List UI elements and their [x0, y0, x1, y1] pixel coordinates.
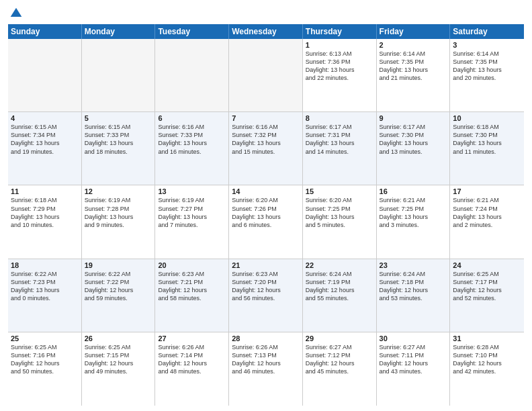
day-info: Sunrise: 6:25 AM Sunset: 7:17 PM Dayligh… — [453, 270, 521, 303]
day-number: 28 — [232, 334, 300, 342]
day-info: Sunrise: 6:21 AM Sunset: 7:24 PM Dayligh… — [453, 196, 521, 229]
day-number: 21 — [232, 261, 300, 269]
cal-cell: 24Sunrise: 6:25 AM Sunset: 7:17 PM Dayli… — [450, 259, 524, 332]
day-number: 15 — [306, 187, 373, 195]
day-number: 10 — [453, 114, 521, 122]
calendar-container: SundayMondayTuesdayWednesdayThursdayFrid… — [0, 0, 532, 411]
cal-cell: 17Sunrise: 6:21 AM Sunset: 7:24 PM Dayli… — [450, 185, 524, 258]
calendar-row-0: 1Sunrise: 6:13 AM Sunset: 7:36 PM Daylig… — [8, 39, 524, 112]
day-number: 5 — [85, 114, 152, 122]
cal-cell: 28Sunrise: 6:26 AM Sunset: 7:13 PM Dayli… — [229, 332, 303, 406]
cal-cell: 26Sunrise: 6:25 AM Sunset: 7:15 PM Dayli… — [82, 332, 156, 406]
day-info: Sunrise: 6:23 AM Sunset: 7:21 PM Dayligh… — [158, 270, 226, 303]
day-number: 3 — [453, 41, 521, 49]
day-info: Sunrise: 6:24 AM Sunset: 7:19 PM Dayligh… — [306, 270, 373, 303]
calendar-row-1: 4Sunrise: 6:15 AM Sunset: 7:34 PM Daylig… — [8, 112, 524, 185]
day-number: 16 — [380, 187, 447, 195]
cal-cell: 4Sunrise: 6:15 AM Sunset: 7:34 PM Daylig… — [8, 112, 82, 185]
calendar: SundayMondayTuesdayWednesdayThursdayFrid… — [8, 24, 524, 406]
header-day-sunday: Sunday — [8, 24, 82, 39]
day-info: Sunrise: 6:19 AM Sunset: 7:27 PM Dayligh… — [158, 196, 226, 229]
cal-cell: 22Sunrise: 6:24 AM Sunset: 7:19 PM Dayli… — [303, 259, 377, 332]
day-info: Sunrise: 6:15 AM Sunset: 7:34 PM Dayligh… — [11, 123, 79, 156]
cal-cell: 2Sunrise: 6:14 AM Sunset: 7:35 PM Daylig… — [377, 39, 451, 111]
cal-cell: 1Sunrise: 6:13 AM Sunset: 7:36 PM Daylig… — [303, 39, 377, 111]
day-info: Sunrise: 6:27 AM Sunset: 7:12 PM Dayligh… — [306, 343, 373, 376]
cal-cell: 15Sunrise: 6:20 AM Sunset: 7:25 PM Dayli… — [303, 185, 377, 258]
day-info: Sunrise: 6:27 AM Sunset: 7:11 PM Dayligh… — [380, 343, 447, 376]
cal-cell: 10Sunrise: 6:18 AM Sunset: 7:30 PM Dayli… — [450, 112, 524, 185]
cal-cell: 5Sunrise: 6:15 AM Sunset: 7:33 PM Daylig… — [82, 112, 156, 185]
day-info: Sunrise: 6:25 AM Sunset: 7:16 PM Dayligh… — [11, 343, 79, 376]
cal-cell: 23Sunrise: 6:24 AM Sunset: 7:18 PM Dayli… — [377, 259, 451, 332]
day-number: 20 — [158, 261, 226, 269]
logo — [8, 7, 23, 20]
svg-marker-0 — [11, 8, 22, 17]
day-info: Sunrise: 6:13 AM Sunset: 7:36 PM Dayligh… — [306, 50, 373, 83]
day-number: 11 — [11, 187, 79, 195]
day-info: Sunrise: 6:22 AM Sunset: 7:23 PM Dayligh… — [11, 270, 79, 303]
day-number: 17 — [453, 187, 521, 195]
day-number: 1 — [306, 41, 373, 49]
cal-cell: 6Sunrise: 6:16 AM Sunset: 7:33 PM Daylig… — [155, 112, 229, 185]
day-info: Sunrise: 6:20 AM Sunset: 7:26 PM Dayligh… — [232, 196, 300, 229]
day-number: 30 — [380, 334, 447, 342]
cal-cell — [8, 39, 82, 111]
header-day-friday: Friday — [377, 24, 451, 39]
day-number: 8 — [306, 114, 373, 122]
cal-cell: 16Sunrise: 6:21 AM Sunset: 7:25 PM Dayli… — [377, 185, 451, 258]
day-number: 26 — [85, 334, 152, 342]
day-info: Sunrise: 6:24 AM Sunset: 7:18 PM Dayligh… — [380, 270, 447, 303]
cal-cell: 11Sunrise: 6:18 AM Sunset: 7:29 PM Dayli… — [8, 185, 82, 258]
cal-cell: 19Sunrise: 6:22 AM Sunset: 7:22 PM Dayli… — [82, 259, 156, 332]
header-day-monday: Monday — [82, 24, 156, 39]
cal-cell: 18Sunrise: 6:22 AM Sunset: 7:23 PM Dayli… — [8, 259, 82, 332]
header — [8, 7, 524, 20]
day-number: 23 — [380, 261, 447, 269]
day-number: 9 — [380, 114, 447, 122]
cal-cell — [229, 39, 303, 111]
cal-cell — [155, 39, 229, 111]
calendar-header: SundayMondayTuesdayWednesdayThursdayFrid… — [8, 24, 524, 39]
calendar-row-4: 25Sunrise: 6:25 AM Sunset: 7:16 PM Dayli… — [8, 332, 524, 406]
cal-cell: 21Sunrise: 6:23 AM Sunset: 7:20 PM Dayli… — [229, 259, 303, 332]
cal-cell: 9Sunrise: 6:17 AM Sunset: 7:30 PM Daylig… — [377, 112, 451, 185]
day-number: 22 — [306, 261, 373, 269]
day-info: Sunrise: 6:16 AM Sunset: 7:33 PM Dayligh… — [158, 123, 226, 156]
day-number: 19 — [85, 261, 152, 269]
cal-cell — [82, 39, 156, 111]
day-info: Sunrise: 6:26 AM Sunset: 7:13 PM Dayligh… — [232, 343, 300, 376]
calendar-row-3: 18Sunrise: 6:22 AM Sunset: 7:23 PM Dayli… — [8, 259, 524, 332]
day-info: Sunrise: 6:18 AM Sunset: 7:30 PM Dayligh… — [453, 123, 521, 156]
cal-cell: 13Sunrise: 6:19 AM Sunset: 7:27 PM Dayli… — [155, 185, 229, 258]
header-day-wednesday: Wednesday — [229, 24, 303, 39]
day-number: 2 — [380, 41, 447, 49]
day-number: 31 — [453, 334, 521, 342]
cal-cell: 3Sunrise: 6:14 AM Sunset: 7:35 PM Daylig… — [450, 39, 524, 111]
day-info: Sunrise: 6:14 AM Sunset: 7:35 PM Dayligh… — [380, 50, 447, 83]
day-info: Sunrise: 6:15 AM Sunset: 7:33 PM Dayligh… — [85, 123, 152, 156]
day-info: Sunrise: 6:14 AM Sunset: 7:35 PM Dayligh… — [453, 50, 521, 83]
day-info: Sunrise: 6:19 AM Sunset: 7:28 PM Dayligh… — [85, 196, 152, 229]
logo-icon — [9, 7, 23, 20]
day-info: Sunrise: 6:17 AM Sunset: 7:30 PM Dayligh… — [380, 123, 447, 156]
day-number: 13 — [158, 187, 226, 195]
day-info: Sunrise: 6:20 AM Sunset: 7:25 PM Dayligh… — [306, 196, 373, 229]
cal-cell: 7Sunrise: 6:16 AM Sunset: 7:32 PM Daylig… — [229, 112, 303, 185]
day-number: 6 — [158, 114, 226, 122]
day-info: Sunrise: 6:26 AM Sunset: 7:14 PM Dayligh… — [158, 343, 226, 376]
cal-cell: 8Sunrise: 6:17 AM Sunset: 7:31 PM Daylig… — [303, 112, 377, 185]
cal-cell: 25Sunrise: 6:25 AM Sunset: 7:16 PM Dayli… — [8, 332, 82, 406]
cal-cell: 31Sunrise: 6:28 AM Sunset: 7:10 PM Dayli… — [450, 332, 524, 406]
day-info: Sunrise: 6:28 AM Sunset: 7:10 PM Dayligh… — [453, 343, 521, 376]
day-info: Sunrise: 6:18 AM Sunset: 7:29 PM Dayligh… — [11, 196, 79, 229]
cal-cell: 14Sunrise: 6:20 AM Sunset: 7:26 PM Dayli… — [229, 185, 303, 258]
day-number: 12 — [85, 187, 152, 195]
cal-cell: 30Sunrise: 6:27 AM Sunset: 7:11 PM Dayli… — [377, 332, 451, 406]
calendar-row-2: 11Sunrise: 6:18 AM Sunset: 7:29 PM Dayli… — [8, 185, 524, 259]
cal-cell: 29Sunrise: 6:27 AM Sunset: 7:12 PM Dayli… — [303, 332, 377, 406]
header-day-saturday: Saturday — [450, 24, 524, 39]
day-number: 4 — [11, 114, 79, 122]
day-info: Sunrise: 6:23 AM Sunset: 7:20 PM Dayligh… — [232, 270, 300, 303]
day-info: Sunrise: 6:17 AM Sunset: 7:31 PM Dayligh… — [306, 123, 373, 156]
